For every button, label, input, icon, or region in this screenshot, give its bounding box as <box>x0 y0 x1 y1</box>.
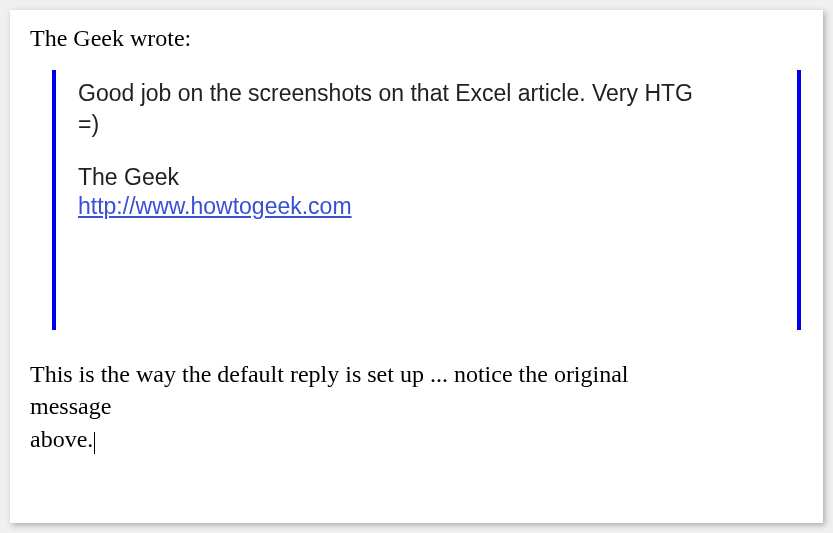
reply-text[interactable]: This is the way the default reply is set… <box>30 358 803 455</box>
reply-line: This is the way the default reply is set… <box>30 358 803 390</box>
quoted-text-line: Good job on the screenshots on that Exce… <box>78 78 797 109</box>
reply-line: message <box>30 390 803 422</box>
reply-line: above. <box>30 426 93 452</box>
quoted-text-line: =) <box>78 111 797 138</box>
quote-attribution: The Geek wrote: <box>30 25 803 52</box>
quoted-message-block: Good job on the screenshots on that Exce… <box>52 70 801 330</box>
email-compose-body[interactable]: The Geek wrote: Good job on the screensh… <box>10 10 823 523</box>
quoted-signature-name: The Geek <box>78 164 797 191</box>
quoted-signature-link[interactable]: http://www.howtogeek.com <box>78 193 352 220</box>
text-cursor <box>94 432 95 454</box>
